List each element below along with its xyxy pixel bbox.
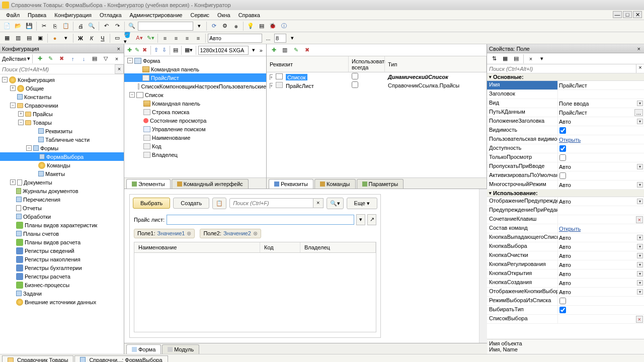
frame-icon[interactable]: ▭: [112, 33, 122, 43]
chip-clear-icon[interactable]: ⊗: [253, 230, 258, 237]
prop-row[interactable]: АктивизироватьПоУмолчанию: [487, 171, 644, 180]
prop-row[interactable]: КнопкаВыпадающегоСпискаАвто: [487, 233, 644, 242]
section-use[interactable]: Использование:: [487, 190, 644, 197]
actions-label[interactable]: Действия: [2, 56, 26, 62]
fill-icon[interactable]: 🪣▾: [123, 33, 133, 43]
down-icon[interactable]: ↓: [79, 54, 89, 64]
prop-row[interactable]: РежимВыбораИзСписка: [487, 297, 644, 306]
prop-row[interactable]: ВидПоле ввода: [487, 99, 644, 108]
down-icon[interactable]: ⇩: [161, 45, 167, 55]
sort-icon[interactable]: ⇅: [489, 54, 499, 64]
tree-item[interactable]: +Общие: [0, 84, 124, 93]
lamp-icon[interactable]: 💡: [246, 21, 256, 31]
prop-row[interactable]: ВыбиратьТип: [487, 306, 644, 315]
prop-combo[interactable]: Авто: [557, 288, 644, 296]
prop-checkbox[interactable]: [559, 298, 566, 304]
align-center-icon[interactable]: ≡: [171, 33, 181, 43]
form-structure-tree[interactable]: −Форма Командная панель ПрайсЛист Список…: [124, 56, 266, 177]
section-main[interactable]: Основные:: [487, 73, 644, 81]
view-icon[interactable]: ▦▾: [184, 45, 193, 55]
tree-item[interactable]: Регистры расчета: [0, 272, 124, 281]
save-icon[interactable]: 💾: [24, 21, 34, 31]
filter-icon[interactable]: ▽: [101, 54, 111, 64]
dd-icon[interactable]: ▾: [537, 54, 547, 64]
menu-service[interactable]: Сервис: [186, 11, 213, 19]
properties-close-icon[interactable]: ×: [636, 46, 642, 52]
search-combo[interactable]: [138, 22, 193, 31]
tree-item-tovary[interactable]: −Товары: [0, 118, 124, 127]
ft-item[interactable]: Командная панель: [124, 99, 266, 108]
tree-item[interactable]: Внешние источники данных: [0, 298, 124, 306]
prop-combo[interactable]: Авто: [557, 197, 644, 206]
prop-checkbox[interactable]: [559, 154, 566, 161]
req-row[interactable]: + ПрайсЛист СправочникСсылка.Прайсы: [267, 81, 487, 89]
praislist-input[interactable]: [167, 215, 354, 225]
config-panel-close-icon[interactable]: ×: [116, 46, 122, 52]
tab-elements[interactable]: Элементы: [126, 179, 171, 189]
prop-combo[interactable]: Авто: [557, 251, 644, 260]
req-col-use[interactable]: Использовать всегда: [349, 56, 385, 72]
filter-chip[interactable]: Поле2:Значение2⊗: [200, 229, 261, 238]
up-icon[interactable]: ⇧: [153, 45, 159, 55]
close2-icon[interactable]: ×: [112, 54, 122, 64]
info-icon[interactable]: ⓘ: [279, 21, 289, 31]
delete-icon[interactable]: ✖: [57, 54, 67, 64]
prop-combo[interactable]: Авто: [557, 117, 644, 126]
tab-module[interactable]: Модуль: [162, 344, 199, 354]
tab-commands[interactable]: Команды: [314, 179, 356, 189]
prop-val[interactable]: ×: [557, 315, 644, 323]
prop-combo[interactable]: Авто: [557, 233, 644, 242]
ft-item[interactable]: СписокКомпоновщикНастроекПользовательски…: [124, 82, 266, 90]
prop-row[interactable]: КнопкаСозданияАвто: [487, 279, 644, 288]
prop-link[interactable]: Открыть: [557, 135, 644, 144]
size-dd-icon[interactable]: ▾: [287, 33, 297, 43]
prop-link[interactable]: Открыть: [557, 224, 644, 233]
ft-item[interactable]: Владелец: [124, 150, 266, 159]
col-code[interactable]: Код: [260, 242, 300, 252]
add-icon[interactable]: ✚: [35, 54, 45, 64]
ft-item[interactable]: Наименование: [124, 133, 266, 142]
edit-icon[interactable]: ✎: [134, 45, 140, 55]
tool-icon[interactable]: ⚙: [220, 21, 230, 31]
prop-name-input[interactable]: [559, 82, 643, 88]
tree-item[interactable]: Табличные части: [0, 135, 124, 144]
dd-icon[interactable]: ▾: [61, 33, 71, 43]
undo-icon[interactable]: ↶: [101, 21, 111, 31]
search-icon[interactable]: 🔍: [127, 21, 137, 31]
prop-row[interactable]: ПоложениеЗаголовкаАвто: [487, 117, 644, 126]
prop-row[interactable]: Заголовок: [487, 90, 644, 99]
text-color-icon[interactable]: A▾: [134, 33, 144, 43]
doc-tab[interactable]: Справочни...: ФормаВыбора: [74, 355, 168, 363]
prop-combo[interactable]: Поле ввода: [557, 99, 644, 108]
redo-icon[interactable]: ↷: [112, 21, 122, 31]
prop-combo[interactable]: Авто: [557, 269, 644, 278]
create-button[interactable]: Создать: [173, 198, 209, 209]
tree-item[interactable]: Планы видов характеристик: [0, 221, 124, 229]
prop-combo[interactable]: Авто: [557, 180, 644, 189]
prop-combo[interactable]: Авто: [557, 242, 644, 251]
tree-item[interactable]: Планы счетов: [0, 229, 124, 238]
tree-item[interactable]: +Документы: [0, 178, 124, 187]
req-col-type[interactable]: Тип: [385, 56, 487, 72]
config-search-clear-icon[interactable]: ×: [115, 64, 124, 74]
ft-item-praislist[interactable]: ПрайсЛист: [124, 73, 266, 82]
clone-icon[interactable]: 📋: [212, 198, 226, 209]
prop-row[interactable]: КнопкаРегулированияАвто: [487, 260, 644, 269]
menu-debug[interactable]: Отладка: [96, 11, 125, 19]
prop-row[interactable]: ТолькоПросмотр: [487, 153, 644, 162]
menu-config[interactable]: Конфигурация: [50, 11, 96, 19]
preview-icon[interactable]: 🔍: [87, 21, 97, 31]
tree-item-spravochniki[interactable]: −Справочники: [0, 101, 124, 110]
edit-icon[interactable]: ✎: [46, 54, 56, 64]
filter-chip[interactable]: Поле1:Значение1⊗: [134, 229, 195, 238]
col-name[interactable]: Наименование: [134, 242, 260, 252]
font-dd-icon[interactable]: ...: [263, 33, 273, 43]
req-use-checkbox[interactable]: [352, 81, 358, 88]
dropdown-icon[interactable]: ▾: [194, 21, 204, 31]
close-icon[interactable]: ✕: [633, 11, 642, 18]
tree-item[interactable]: Бизнес-процессы: [0, 281, 124, 289]
tree-item[interactable]: Регистры бухгалтерии: [0, 263, 124, 272]
add-icon[interactable]: ✚: [126, 45, 132, 55]
tab-command-interface[interactable]: Командный интерфейс: [172, 179, 249, 189]
new-icon[interactable]: 📄: [2, 21, 12, 31]
